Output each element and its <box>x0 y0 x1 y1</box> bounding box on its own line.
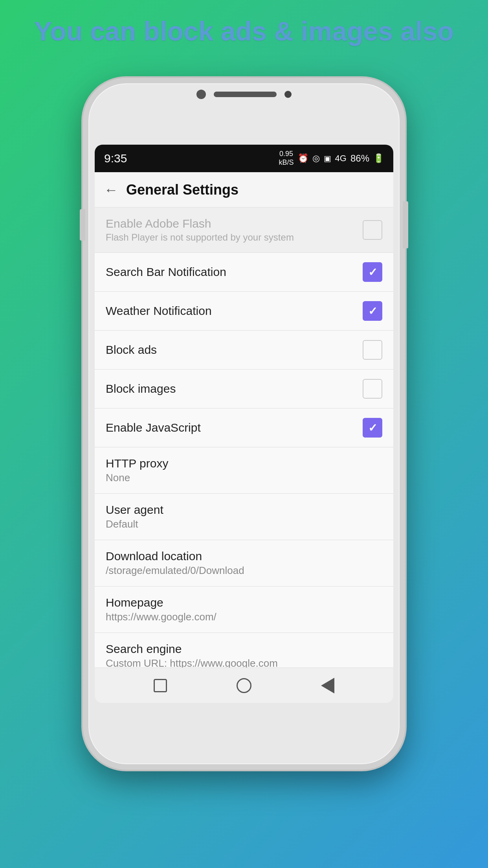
phone-top-area <box>196 90 292 99</box>
setting-label-block-ads: Block ads <box>106 343 363 357</box>
setting-label-download-location: Download location <box>106 550 382 563</box>
signal-icon: 4G <box>335 153 347 164</box>
battery-icon: 🔋 <box>373 153 384 164</box>
setting-value-http-proxy: None <box>106 472 382 484</box>
setting-item-block-images[interactable]: Block images <box>95 370 393 408</box>
network-speed: 0.95 kB/S <box>279 150 294 167</box>
setting-label-block-images: Block images <box>106 382 363 395</box>
setting-label-search-bar-notification: Search Bar Notification <box>106 265 363 279</box>
setting-sublabel-enable-adobe-flash: Flash Player is not supported by your sy… <box>106 232 363 243</box>
power-button <box>403 201 408 248</box>
setting-item-homepage[interactable]: Homepagehttps://www.google.com/ <box>95 587 393 633</box>
checkbox-block-ads[interactable] <box>363 340 382 360</box>
setting-item-search-engine[interactable]: Search engineCustom URL: https://www.goo… <box>95 633 393 668</box>
back-nav-button[interactable] <box>319 677 336 694</box>
setting-label-weather-notification: Weather Notification <box>106 304 363 318</box>
setting-label-homepage: Homepage <box>106 596 382 609</box>
setting-label-search-engine: Search engine <box>106 642 382 656</box>
recent-apps-icon <box>154 679 167 692</box>
setting-info-block-ads: Block ads <box>106 343 363 357</box>
settings-list: Enable Adobe FlashFlash Player is not su… <box>95 208 393 668</box>
setting-info-weather-notification: Weather Notification <box>106 304 363 318</box>
wifi-icon: ◎ <box>312 153 320 164</box>
setting-item-user-agent[interactable]: User agentDefault <box>95 494 393 540</box>
setting-label-http-proxy: HTTP proxy <box>106 457 382 470</box>
setting-item-download-location[interactable]: Download location/storage/emulated/0/Dow… <box>95 540 393 587</box>
setting-info-homepage: Homepagehttps://www.google.com/ <box>106 596 382 623</box>
checkbox-enable-adobe-flash <box>363 220 382 240</box>
phone-frame: 9:35 0.95 kB/S ⏰ ◎ ▣ 4G 86% 🔋 ← General … <box>83 78 405 770</box>
setting-item-enable-adobe-flash: Enable Adobe FlashFlash Player is not su… <box>95 208 393 253</box>
home-button[interactable] <box>235 677 253 694</box>
setting-info-download-location: Download location/storage/emulated/0/Dow… <box>106 550 382 577</box>
back-button[interactable]: ← <box>104 182 118 198</box>
recent-apps-button[interactable] <box>152 677 169 694</box>
promo-text: You can block ads & images also <box>11 16 477 46</box>
setting-item-enable-javascript[interactable]: Enable JavaScript <box>95 408 393 447</box>
setting-label-enable-adobe-flash: Enable Adobe Flash <box>106 217 363 230</box>
nav-bar <box>95 668 393 703</box>
setting-info-enable-adobe-flash: Enable Adobe FlashFlash Player is not su… <box>106 217 363 243</box>
setting-value-user-agent: Default <box>106 518 382 530</box>
setting-info-user-agent: User agentDefault <box>106 503 382 530</box>
setting-info-enable-javascript: Enable JavaScript <box>106 421 363 434</box>
battery-level: 86% <box>350 153 369 164</box>
page-title: General Settings <box>126 182 238 198</box>
alarm-icon: ⏰ <box>298 153 308 164</box>
checkbox-search-bar-notification[interactable] <box>363 262 382 282</box>
volume-button <box>80 209 85 241</box>
checkbox-block-images[interactable] <box>363 379 382 399</box>
setting-value-homepage: https://www.google.com/ <box>106 611 382 623</box>
back-nav-icon <box>321 678 334 693</box>
front-camera <box>196 90 206 99</box>
setting-info-http-proxy: HTTP proxyNone <box>106 457 382 484</box>
sim-icon: ▣ <box>324 154 331 163</box>
setting-item-block-ads[interactable]: Block ads <box>95 331 393 370</box>
screen: 9:35 0.95 kB/S ⏰ ◎ ▣ 4G 86% 🔋 ← General … <box>95 145 393 703</box>
setting-info-block-images: Block images <box>106 382 363 395</box>
checkbox-weather-notification[interactable] <box>363 301 382 321</box>
setting-value-download-location: /storage/emulated/0/Download <box>106 565 382 577</box>
setting-info-search-bar-notification: Search Bar Notification <box>106 265 363 279</box>
status-time: 9:35 <box>104 152 127 165</box>
setting-item-weather-notification[interactable]: Weather Notification <box>95 292 393 331</box>
status-bar: 9:35 0.95 kB/S ⏰ ◎ ▣ 4G 86% 🔋 <box>95 145 393 172</box>
setting-label-enable-javascript: Enable JavaScript <box>106 421 363 434</box>
home-icon <box>237 678 251 693</box>
status-icons: 0.95 kB/S ⏰ ◎ ▣ 4G 86% 🔋 <box>279 150 384 167</box>
sensor <box>284 91 292 98</box>
checkbox-enable-javascript[interactable] <box>363 418 382 438</box>
setting-value-search-engine: Custom URL: https://www.google.com <box>106 657 382 668</box>
setting-label-user-agent: User agent <box>106 503 382 517</box>
setting-item-search-bar-notification[interactable]: Search Bar Notification <box>95 253 393 292</box>
setting-item-http-proxy[interactable]: HTTP proxyNone <box>95 447 393 494</box>
speaker <box>214 92 277 97</box>
setting-info-search-engine: Search engineCustom URL: https://www.goo… <box>106 642 382 668</box>
app-header: ← General Settings <box>95 172 393 208</box>
